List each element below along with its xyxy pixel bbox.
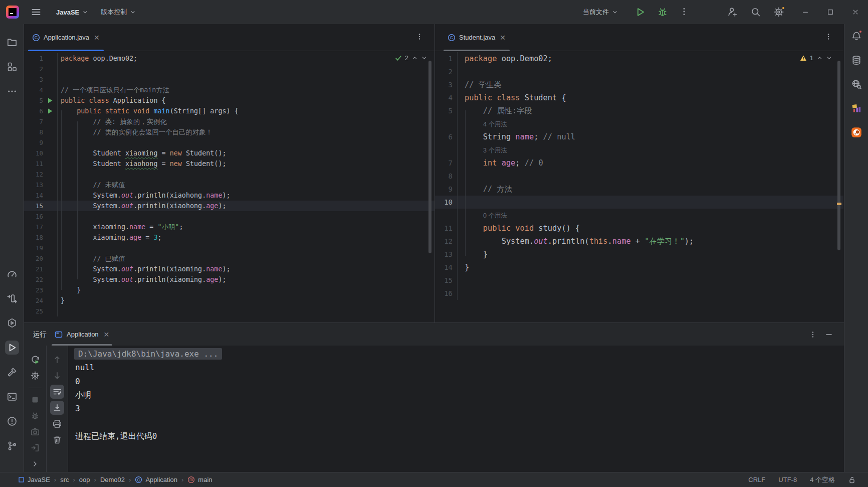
gutter[interactable] — [453, 91, 458, 104]
line-number[interactable]: 12 — [435, 237, 453, 245]
line-number[interactable]: 3 — [435, 81, 453, 89]
code-line[interactable]: 15 — [435, 274, 843, 287]
line-number[interactable]: 11 — [435, 224, 453, 232]
code-line[interactable]: 6 public static void main(String[] args)… — [24, 106, 435, 116]
breadcrumb-item[interactable]: Demo02 — [100, 476, 125, 483]
tab-close-icon[interactable]: ✕ — [94, 34, 100, 41]
gutter[interactable] — [43, 85, 58, 95]
line-number[interactable]: 14 — [435, 263, 453, 271]
gutter[interactable] — [453, 235, 458, 248]
breadcrumb-item[interactable]: src — [60, 476, 69, 483]
gutter[interactable] — [453, 222, 458, 235]
run-gutter-icon[interactable] — [48, 108, 53, 114]
line-number[interactable]: 18 — [24, 234, 43, 241]
uml-plugin-tool-button[interactable] — [849, 101, 863, 115]
code-line[interactable]: 1package oop.Demo02; — [24, 53, 435, 64]
code-line[interactable]: 10 Student xiaoming = new Student(); — [24, 148, 435, 158]
profiler-tool-button[interactable] — [5, 267, 19, 281]
kebab-menu-icon[interactable] — [809, 331, 817, 339]
breadcrumb[interactable]: JavaSE›src›oop›Demo02›CApplication›mmain — [18, 476, 212, 483]
line-number[interactable]: 21 — [24, 265, 43, 273]
inspections-widget-right[interactable]: 1 — [800, 54, 832, 62]
tab-close-icon[interactable]: ✕ — [500, 34, 506, 41]
usages-inlay-hint[interactable]: 0 个用法 — [483, 212, 507, 219]
stop-button[interactable] — [28, 393, 42, 407]
code-line[interactable]: 4// 一个项目应该只有一个main方法 — [24, 85, 435, 95]
line-number[interactable]: 5 — [24, 97, 43, 104]
gutter[interactable] — [43, 306, 58, 316]
version-control-tool-button[interactable] — [5, 439, 19, 453]
project-tool-button[interactable] — [5, 35, 19, 49]
gutter[interactable] — [43, 137, 58, 148]
code-line[interactable]: 18 xiaoming.age = 3; — [24, 232, 435, 243]
breadcrumb-item[interactable]: oop — [79, 476, 90, 483]
inspections-widget-left[interactable]: 2 — [395, 54, 427, 62]
gutter[interactable] — [453, 52, 458, 65]
breadcrumb-item[interactable]: mmain — [187, 476, 212, 483]
line-separator-indicator[interactable]: CRLF — [748, 476, 765, 483]
line-number[interactable]: 17 — [24, 223, 43, 231]
code-line[interactable]: 12 System.out.println(this.name + "在学习！"… — [435, 235, 843, 248]
editor-scrollbar-right[interactable] — [837, 61, 840, 250]
line-number[interactable]: 11 — [24, 160, 43, 168]
code-line[interactable]: 8 // 类的实例化会返回一个自己的对象！ — [24, 127, 435, 137]
orange-plugin-tool-button[interactable] — [849, 125, 863, 139]
window-close-button[interactable] — [843, 0, 868, 24]
run-configuration-selector[interactable]: 当前文件 — [579, 5, 622, 20]
chevron-down-icon[interactable] — [826, 55, 832, 61]
gutter[interactable] — [453, 143, 458, 156]
gutter[interactable] — [43, 53, 58, 64]
editor-options-left[interactable] — [415, 33, 423, 42]
more-rail-actions-button[interactable] — [28, 457, 42, 471]
line-number[interactable]: 10 — [435, 198, 453, 206]
code-line[interactable]: 7 int age; // 0 — [435, 156, 843, 170]
run-button[interactable] — [635, 7, 645, 17]
gutter[interactable] — [453, 65, 458, 78]
line-number[interactable]: 10 — [24, 149, 43, 157]
line-number[interactable]: 4 — [24, 86, 43, 94]
hide-panel-icon[interactable] — [825, 331, 833, 339]
code-line[interactable]: 12 — [24, 169, 435, 180]
code-line[interactable]: 13 // 未赋值 — [24, 180, 435, 190]
run-console-output[interactable]: D:\Java\jdk8\bin\java.exe ...null0小明3 进程… — [68, 346, 844, 473]
code-line[interactable]: 2 — [435, 65, 843, 78]
more-actions-button[interactable] — [680, 7, 689, 18]
project-selector[interactable]: JavaSE — [52, 6, 93, 19]
code-line[interactable]: 21 System.out.println(xiaoming.name); — [24, 264, 435, 274]
code-line[interactable]: 25 — [24, 306, 435, 316]
line-number[interactable]: 7 — [435, 159, 453, 167]
code-with-me-button[interactable] — [728, 7, 738, 17]
indent-indicator[interactable]: 4 个空格 — [810, 475, 835, 484]
line-number[interactable]: 2 — [24, 65, 43, 73]
code-line[interactable]: 13 } — [435, 248, 843, 261]
console-line[interactable] — [75, 415, 844, 429]
gutter[interactable] — [43, 74, 58, 85]
database-tool-button[interactable] — [849, 53, 863, 67]
terminal-tool-button[interactable] — [5, 390, 19, 404]
debug-button[interactable] — [658, 7, 668, 17]
inlay-hint-row[interactable]: 4 个用法 — [435, 117, 843, 130]
rerun-button[interactable] — [28, 353, 42, 367]
dump-threads-button[interactable] — [28, 441, 42, 455]
line-number[interactable]: 22 — [24, 276, 43, 283]
line-number[interactable]: 7 — [24, 118, 43, 125]
gutter[interactable] — [453, 287, 458, 300]
gutter[interactable] — [43, 190, 58, 201]
line-number[interactable]: 1 — [24, 55, 43, 62]
breadcrumb-item[interactable]: JavaSE — [18, 476, 50, 483]
run-tool-button[interactable] — [5, 341, 19, 355]
line-number[interactable]: 1 — [435, 55, 453, 63]
gutter[interactable] — [43, 169, 58, 180]
console-line[interactable]: D:\Java\jdk8\bin\java.exe ... — [75, 347, 844, 361]
line-number[interactable]: 13 — [435, 250, 453, 258]
gutter[interactable] — [43, 295, 58, 306]
gutter[interactable] — [453, 248, 458, 261]
line-number[interactable]: 4 — [435, 94, 453, 102]
code-line[interactable]: 23 } — [24, 285, 435, 295]
usages-inlay-hint[interactable]: 4 个用法 — [483, 121, 507, 128]
gutter[interactable] — [453, 183, 458, 196]
settings-button[interactable] — [774, 7, 784, 17]
code-line[interactable]: 11 public void study() { — [435, 222, 843, 235]
code-line[interactable]: 5public class Application { — [24, 95, 435, 106]
code-line[interactable]: 15 System.out.println(xiaohong.age); — [24, 201, 435, 211]
